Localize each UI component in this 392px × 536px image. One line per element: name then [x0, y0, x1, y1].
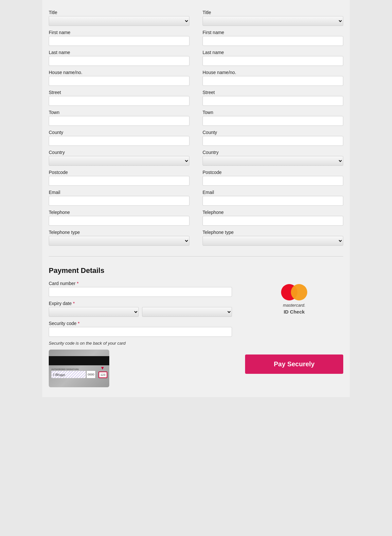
county-input-right[interactable] — [203, 136, 343, 146]
house-label-left: House name/no. — [49, 70, 189, 75]
country-select-right[interactable]: United Kingdom United States — [203, 156, 343, 166]
email-label-left: Email — [49, 190, 189, 195]
mastercard-name: mastercard. — [283, 302, 306, 308]
last-name-label-right: Last name — [203, 50, 343, 55]
telephone-type-select-left[interactable]: Mobile Home Work — [49, 236, 189, 246]
last-name-label-left: Last name — [49, 50, 189, 55]
last-name-input-right[interactable] — [203, 56, 343, 66]
house-input-left[interactable] — [49, 76, 189, 86]
county-label-left: County — [49, 130, 189, 135]
card-magnetic-strip — [49, 356, 109, 365]
payment-section-title: Payment Details — [49, 266, 343, 275]
card-number-label: Card number* — [49, 281, 232, 286]
email-label-right: Email — [203, 190, 343, 195]
country-label-left: Country — [49, 150, 189, 155]
card-number-input[interactable] — [49, 287, 232, 297]
card-cvv: 123 — [98, 372, 107, 378]
postcode-input-right[interactable] — [203, 176, 343, 186]
county-label-right: County — [203, 130, 343, 135]
postcode-label-left: Postcode — [49, 170, 189, 175]
last-name-input-left[interactable] — [49, 56, 189, 66]
security-code-label: Security code* — [49, 321, 232, 326]
pay-securely-button[interactable]: Pay Securely — [245, 354, 343, 374]
mastercard-circles — [281, 284, 307, 300]
first-name-input-right[interactable] — [203, 36, 343, 46]
email-input-left[interactable] — [49, 196, 189, 206]
postcode-label-right: Postcode — [203, 170, 343, 175]
county-input-left[interactable] — [49, 136, 189, 146]
telephone-label-right: Telephone — [203, 210, 343, 215]
mastercard-label: mastercard. ID Check — [283, 302, 306, 315]
telephone-type-label-right: Telephone type — [203, 230, 343, 235]
security-note: Security code is on the back of your car… — [49, 341, 232, 346]
telephone-label-left: Telephone — [49, 210, 189, 215]
title-select-right[interactable]: Mr Mrs Ms Dr — [203, 16, 343, 26]
cvv-arrow-icon: ▼ — [100, 366, 105, 370]
street-label-left: Street — [49, 90, 189, 95]
card-image: AUTHORISED SIGNATURE J Bloggs 0000 123 ▼ — [49, 350, 109, 387]
house-input-right[interactable] — [203, 76, 343, 86]
postcode-input-left[interactable] — [49, 176, 189, 186]
expiry-year-select[interactable]: 2024 2025 2026 2027 2028 — [142, 307, 232, 317]
card-number-required: * — [77, 281, 79, 286]
security-required: * — [78, 321, 80, 326]
title-select-left[interactable]: Mr Mrs Ms Dr — [49, 16, 189, 26]
expiry-required: * — [73, 301, 75, 306]
town-label-right: Town — [203, 110, 343, 115]
email-input-right[interactable] — [203, 196, 343, 206]
expiry-date-label: Expiry date* — [49, 301, 232, 306]
authorised-label: AUTHORISED SIGNATURE — [51, 368, 79, 370]
security-code-input[interactable] — [49, 327, 232, 337]
pay-button-wrapper: Pay Securely — [245, 354, 343, 374]
card-signature-strip: J Bloggs — [51, 371, 86, 378]
mastercard-orange-circle — [291, 284, 307, 300]
mastercard-logo: mastercard. ID Check — [281, 284, 307, 315]
house-label-right: House name/no. — [203, 70, 343, 75]
street-label-right: Street — [203, 90, 343, 95]
telephone-type-label-left: Telephone type — [49, 230, 189, 235]
town-input-left[interactable] — [49, 116, 189, 126]
telephone-input-right[interactable] — [203, 216, 343, 226]
expiry-month-select[interactable]: 01 02 03 04 05 06 07 08 09 10 11 12 — [49, 307, 139, 317]
telephone-type-select-right[interactable]: Mobile Home Work — [203, 236, 343, 246]
street-input-left[interactable] — [49, 96, 189, 106]
first-name-input-left[interactable] — [49, 36, 189, 46]
card-sig-name: J Bloggs — [53, 373, 65, 376]
town-input-right[interactable] — [203, 116, 343, 126]
country-select-left[interactable]: United Kingdom United States — [49, 156, 189, 166]
title-label-right: Title — [203, 10, 343, 15]
country-label-right: Country — [203, 150, 343, 155]
title-label-left: Title — [49, 10, 189, 15]
mastercard-id-check: ID Check — [283, 308, 306, 315]
first-name-label-right: First name — [203, 30, 343, 35]
street-input-right[interactable] — [203, 96, 343, 106]
telephone-input-left[interactable] — [49, 216, 189, 226]
first-name-label-left: First name — [49, 30, 189, 35]
town-label-left: Town — [49, 110, 189, 115]
card-last-digits: 0000 — [87, 371, 95, 378]
